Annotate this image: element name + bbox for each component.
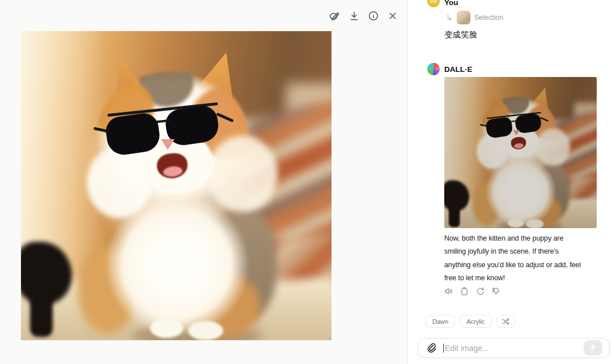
close-icon: [387, 10, 398, 22]
thumbs-down-button[interactable]: [490, 285, 502, 297]
selection-label: Selection: [474, 14, 503, 22]
thumbnail-dim-overlay: [444, 77, 597, 228]
image-viewer-panel: [0, 0, 408, 364]
user-avatar-initials: CH: [430, 0, 437, 4]
user-avatar: CH: [427, 0, 440, 7]
close-button[interactable]: [384, 7, 401, 24]
edit-image-input[interactable]: [444, 344, 584, 353]
black-cat-leg: [30, 289, 53, 337]
read-aloud-icon: [444, 286, 453, 296]
download-button[interactable]: [346, 7, 362, 24]
viewer-toolbar: [326, 7, 401, 24]
reply-arrow-icon: ↳: [446, 14, 453, 22]
kitten-tongue: [163, 165, 183, 177]
selection-thumbnail: [457, 11, 470, 24]
edit-image-composer: [418, 338, 610, 358]
message-actions: [443, 285, 502, 297]
kitten-right-paw: [188, 321, 223, 340]
regenerate-button[interactable]: [474, 285, 486, 297]
dalle-image-editor: CH You ↳ Selection 变成笑脸 DALL·E: [0, 0, 612, 364]
attach-file-button[interactable]: [425, 342, 436, 354]
info-button[interactable]: [365, 7, 381, 24]
style-chips-row: Dawn Acrylic: [426, 315, 515, 328]
read-aloud-button[interactable]: [443, 285, 454, 297]
kitten-right-cheek: [207, 136, 278, 212]
kitten-left-paw: [150, 319, 183, 338]
assistant-message-text: Now, both the kitten and the puppy are s…: [444, 232, 612, 285]
style-chip-dawn[interactable]: Dawn: [426, 315, 455, 328]
copy-button[interactable]: [458, 285, 470, 297]
chat-panel: CH You ↳ Selection 变成笑脸 DALL·E: [409, 0, 612, 364]
info-icon: [368, 10, 379, 22]
assistant-message-author: DALL·E: [444, 65, 473, 74]
regenerate-icon: [475, 286, 485, 296]
copy-icon: [460, 286, 469, 296]
selection-reference[interactable]: ↳ Selection: [446, 11, 503, 24]
thumbs-down-icon: [491, 286, 501, 296]
send-button[interactable]: [584, 340, 602, 356]
shuffle-style-button[interactable]: [496, 315, 515, 328]
dalle-avatar: [427, 63, 440, 75]
user-message-author: You: [444, 0, 458, 7]
style-chip-acrylic[interactable]: Acrylic: [460, 315, 491, 328]
assistant-image-thumbnail[interactable]: [444, 77, 597, 228]
select-button[interactable]: [326, 7, 343, 24]
arrow-up-icon: [589, 344, 597, 352]
paperclip-icon: [426, 342, 436, 353]
select-icon: [329, 10, 341, 22]
generated-image[interactable]: [21, 31, 332, 340]
kitten-photo: [21, 31, 332, 340]
download-icon: [348, 10, 360, 22]
user-message-text: 变成笑脸: [444, 29, 477, 40]
shuffle-icon: [502, 318, 510, 326]
